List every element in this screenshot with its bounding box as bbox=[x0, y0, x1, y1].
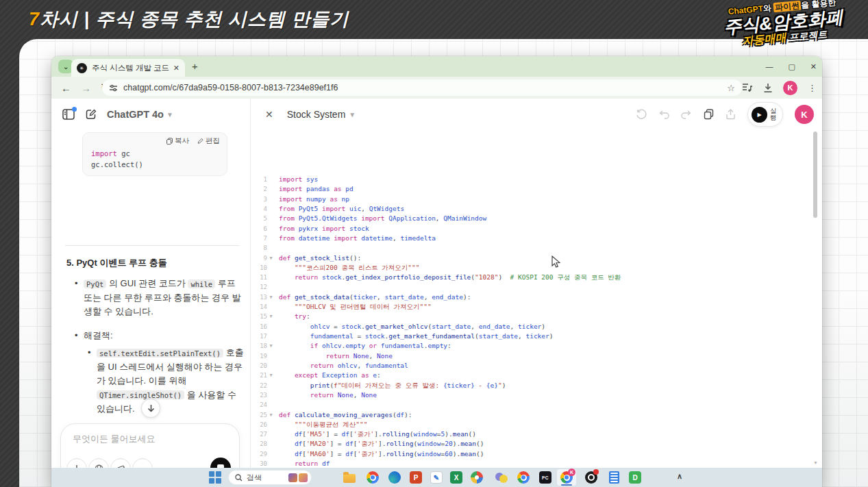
code-line[interactable]: 29 df['MA60'] = df['종가'].rolling(window=… bbox=[250, 449, 798, 459]
code-line[interactable]: 13▼def get_stock_data(ticker, start_date… bbox=[250, 292, 798, 302]
chrome-icon-2[interactable] bbox=[516, 470, 531, 485]
fold-chevron-icon[interactable] bbox=[267, 184, 275, 194]
pinwheel-app-icon[interactable] bbox=[469, 470, 484, 485]
file-explorer-icon[interactable] bbox=[342, 470, 357, 485]
code-line[interactable]: 3import numpy as np bbox=[250, 195, 798, 204]
fold-chevron-icon[interactable] bbox=[267, 429, 275, 439]
close-icon[interactable]: ✕ bbox=[810, 62, 817, 71]
fold-chevron-icon[interactable]: ▼ bbox=[267, 371, 275, 380]
tab-close-icon[interactable]: ✕ bbox=[173, 64, 179, 73]
copy-canvas-icon[interactable] bbox=[704, 109, 714, 120]
code-line[interactable]: 24 bbox=[250, 400, 798, 410]
code-line[interactable]: 28 df['MA20'] = df['종가'].rolling(window=… bbox=[250, 439, 798, 449]
pen-app-icon[interactable]: ✎ bbox=[429, 470, 444, 485]
ledger-app-icon[interactable] bbox=[606, 470, 621, 485]
sidebar-toggle-icon[interactable] bbox=[62, 109, 75, 120]
fold-chevron-icon[interactable] bbox=[267, 204, 275, 214]
media-controls-icon[interactable] bbox=[742, 83, 753, 92]
new-chat-icon[interactable] bbox=[86, 109, 97, 120]
model-selector[interactable]: ChatGPT 4o▼ bbox=[107, 109, 173, 120]
fold-chevron-icon[interactable] bbox=[267, 282, 275, 292]
fold-chevron-icon[interactable] bbox=[267, 243, 275, 253]
browser-menu-icon[interactable]: ⋮ bbox=[808, 83, 817, 93]
code-line[interactable]: 6from pykrx import stock bbox=[250, 224, 798, 234]
code-line[interactable]: 22 print(f"데이터 가져오는 중 오류 발생: {ticker} - … bbox=[250, 381, 798, 390]
run-button[interactable]: ▶ 실행 bbox=[747, 102, 783, 127]
user-avatar[interactable]: K bbox=[795, 105, 814, 124]
fold-chevron-icon[interactable] bbox=[267, 439, 275, 449]
fold-chevron-icon[interactable] bbox=[267, 420, 275, 429]
fold-chevron-icon[interactable]: ▼ bbox=[267, 341, 275, 351]
excel-icon[interactable]: X bbox=[449, 470, 464, 485]
undo-icon[interactable] bbox=[658, 110, 669, 119]
fold-chevron-icon[interactable] bbox=[267, 263, 275, 273]
code-line[interactable]: 21▼ except Exception as e: bbox=[250, 371, 798, 380]
redo-icon[interactable] bbox=[681, 110, 692, 119]
fold-chevron-icon[interactable] bbox=[267, 302, 275, 312]
taskbar-search[interactable]: 검색 bbox=[228, 470, 312, 485]
fold-chevron-icon[interactable] bbox=[267, 449, 275, 459]
code-line[interactable]: 10 """코스피200 종목 리스트 가져오기""" bbox=[250, 263, 798, 273]
browser-tab[interactable]: ✳ 주식 시스템 개발 코드 ✕ bbox=[71, 59, 185, 77]
code-line[interactable]: 17 fundamental = stock.get_market_fundam… bbox=[250, 332, 798, 341]
code-line[interactable]: 7from datetime import datetime, timedelt… bbox=[250, 234, 798, 243]
fold-chevron-icon[interactable]: ▼ bbox=[267, 312, 275, 321]
d-app-icon[interactable]: D bbox=[628, 470, 643, 485]
code-line[interactable]: 4from PyQt5 import uic, QtWidgets bbox=[250, 204, 798, 214]
maximize-icon[interactable]: ▢ bbox=[788, 62, 795, 71]
download-icon[interactable] bbox=[763, 83, 773, 93]
obs-icon[interactable] bbox=[584, 470, 599, 485]
fold-chevron-icon[interactable] bbox=[267, 195, 275, 204]
canvas-scrollbar[interactable] bbox=[813, 132, 817, 218]
fold-chevron-icon[interactable] bbox=[267, 332, 275, 341]
code-line[interactable]: 9▼def get_stock_list(): bbox=[250, 253, 798, 263]
code-line[interactable]: 27 df['MA5'] = df['종가'].rolling(window=5… bbox=[250, 429, 798, 439]
back-icon[interactable]: ← bbox=[61, 82, 71, 94]
canvas-close-icon[interactable]: ✕ bbox=[265, 109, 273, 120]
canvas-title[interactable]: Stock System▼ bbox=[287, 109, 356, 120]
fold-chevron-icon[interactable] bbox=[267, 214, 275, 223]
new-tab-button[interactable]: + bbox=[192, 60, 198, 72]
code-editor[interactable]: 1import sys2import pandas as pd3import n… bbox=[250, 175, 798, 487]
pycharm-icon[interactable]: PC bbox=[538, 470, 553, 485]
code-line[interactable]: 11 return stock.get_index_portfolio_depo… bbox=[250, 273, 798, 282]
fold-chevron-icon[interactable] bbox=[267, 224, 275, 234]
code-line[interactable]: 23 return None, None bbox=[250, 390, 798, 400]
chrome-icon[interactable] bbox=[365, 470, 380, 485]
fold-chevron-icon[interactable] bbox=[267, 351, 275, 361]
code-line[interactable]: 25▼def calculate_moving_averages(df): bbox=[250, 410, 798, 420]
forward-icon[interactable]: → bbox=[81, 82, 91, 94]
history-icon[interactable] bbox=[636, 109, 647, 120]
code-line[interactable]: 15▼ try: bbox=[250, 312, 798, 321]
address-bar[interactable]: chatgpt.com/c/67da9a59-0158-8007-b813-72… bbox=[102, 79, 742, 96]
python-idle-icon[interactable] bbox=[494, 470, 509, 485]
code-line[interactable]: 5from PyQt5.QtWidgets import QApplicatio… bbox=[250, 214, 798, 223]
minimize-icon[interactable]: — bbox=[765, 62, 773, 71]
edge-icon[interactable] bbox=[387, 470, 402, 485]
fold-chevron-icon[interactable] bbox=[267, 322, 275, 332]
code-line[interactable]: 19 return None, None bbox=[250, 351, 798, 361]
scroll-to-bottom-button[interactable] bbox=[141, 399, 160, 418]
code-line[interactable]: 26 """이동평균선 계산""" bbox=[250, 420, 798, 429]
fold-chevron-icon[interactable] bbox=[267, 381, 275, 390]
start-button[interactable] bbox=[208, 470, 223, 485]
share-icon[interactable] bbox=[726, 109, 736, 120]
fold-chevron-icon[interactable] bbox=[267, 361, 275, 371]
fold-chevron-icon[interactable] bbox=[267, 234, 275, 243]
code-line[interactable]: 2import pandas as pd bbox=[250, 184, 798, 194]
code-line[interactable]: 8 bbox=[250, 243, 798, 253]
tray-expand-icon[interactable]: ∧ bbox=[677, 472, 682, 481]
code-line[interactable]: 18▼ if ohlcv.empty or fundamental.empty: bbox=[250, 341, 798, 351]
site-settings-icon[interactable] bbox=[109, 84, 118, 92]
code-line[interactable]: 1import sys bbox=[250, 175, 798, 184]
fold-chevron-icon[interactable]: ▼ bbox=[267, 410, 275, 420]
edit-button[interactable]: 편집 bbox=[197, 136, 220, 146]
powerpoint-icon[interactable]: P bbox=[408, 470, 423, 485]
composer-placeholder[interactable]: 무엇이든 물어보세요 bbox=[73, 433, 156, 445]
code-line[interactable]: 20 return ohlcv, fundamental bbox=[250, 361, 798, 371]
code-line[interactable]: 16 ohlcv = stock.get_market_ohlcv(start_… bbox=[250, 322, 798, 332]
code-line[interactable]: 12 bbox=[250, 282, 798, 292]
code-line[interactable]: 14 """OHLCV 및 펀더멘털 데이터 가져오기""" bbox=[250, 302, 798, 312]
chrome-profile-window-icon[interactable]: K bbox=[559, 470, 574, 485]
scrollbar-down-arrow[interactable]: ▼ bbox=[813, 460, 818, 465]
